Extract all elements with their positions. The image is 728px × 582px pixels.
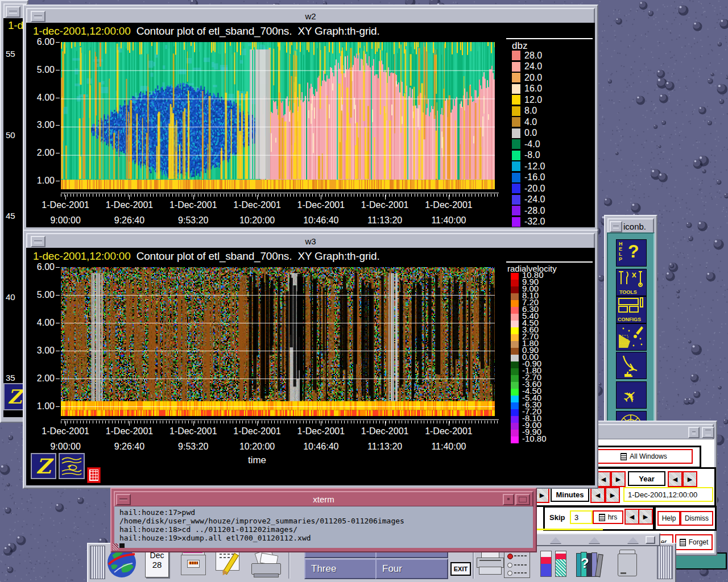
skip-group: Skip 3 hrs ◀ ▶	[543, 506, 655, 531]
y-tick-label: 6.00	[37, 37, 55, 47]
y-tick-label: 5.00	[37, 65, 55, 75]
window-w3: w3 1-dec-2001,12:00:00 Contour plot of e…	[23, 230, 598, 489]
help-viewer-icon[interactable]: ?	[575, 551, 602, 577]
iconbar-tools-icon[interactable]: TOOLS	[616, 269, 647, 296]
colorbar-entry: -28.0	[512, 205, 545, 217]
minimize-icon[interactable]	[610, 221, 622, 232]
workspace-button-three[interactable]: Three	[304, 559, 377, 579]
dismiss-button[interactable]: Dismiss	[680, 511, 713, 526]
legend-divider	[506, 38, 593, 39]
x-tick-label: 1-Dec-20019:26:40	[97, 426, 161, 452]
style-manager-icon[interactable]	[504, 550, 530, 578]
x-tick-label: 1-Dec-200110:20:00	[225, 426, 289, 452]
year-forward-button[interactable]: ▶	[611, 471, 626, 487]
w2-x-axis-labels: 1-Dec-20019:00:001-Dec-20019:26:401-Dec-…	[34, 200, 481, 226]
y-tick-label: 35	[6, 373, 15, 383]
all-windows-dropdown[interactable]: All Windows	[595, 449, 693, 464]
x-tick-label: 1-Dec-20019:00:00	[34, 426, 97, 452]
w3-heatmap-canvas	[61, 267, 495, 416]
skip-forward-button[interactable]: ▶	[638, 509, 653, 525]
year-forward-button-2[interactable]: ▶	[682, 471, 697, 487]
help-dismiss-group: Help Dismiss	[654, 506, 717, 531]
y-tick-label: 2.00	[37, 373, 55, 384]
exit-button[interactable]: EXIT	[450, 562, 471, 576]
x-tick-label: 1-Dec-200111:40:00	[417, 426, 481, 452]
maximize-icon[interactable]	[702, 427, 714, 438]
colorbar-swatch	[511, 375, 519, 382]
current-time-field[interactable]: 1-Dec-2001,12:00:00	[623, 487, 713, 502]
iconbar-antenna-icon[interactable]	[616, 352, 647, 379]
workspace-button-four[interactable]: Four	[375, 559, 448, 579]
year-back-button-2[interactable]: ◀	[668, 471, 682, 487]
menu-dot-icon[interactable]	[688, 427, 700, 438]
w2-titlebar[interactable]: w2	[26, 8, 595, 24]
panel-handle-left[interactable]	[90, 546, 105, 579]
w2-title: w2	[305, 11, 316, 21]
minimize-icon[interactable]	[6, 6, 20, 18]
contour-tool-icon[interactable]	[59, 453, 85, 479]
subpanel-up-arrow[interactable]	[627, 537, 639, 543]
subpanel-up-arrow[interactable]	[550, 537, 561, 543]
colorbar-entry: -16.0	[512, 172, 545, 184]
help-button[interactable]: Help	[657, 511, 680, 526]
partial-plot-title: 1-d	[8, 19, 23, 32]
skip-units-dropdown[interactable]: hrs	[593, 510, 623, 524]
minimize-icon[interactable]	[31, 236, 46, 247]
resize-grip[interactable]	[113, 543, 118, 550]
x-tick-label: 1-Dec-20019:26:40	[97, 200, 161, 226]
iconbar-aircraft-icon[interactable]: ✈	[616, 381, 647, 409]
colorbar-swatch	[511, 382, 519, 389]
xterm-terminal[interactable]: hail:houze:17>pwd/home/disk/user_www/hou…	[114, 506, 533, 548]
colorbar-swatch	[511, 334, 519, 341]
subpanel-strip	[532, 533, 660, 546]
y-tick-label: 6.00	[37, 262, 55, 272]
panel-handle-right[interactable]	[657, 546, 673, 579]
performance-meter-icon[interactable]	[539, 551, 568, 577]
panel-menu-button[interactable]	[646, 536, 655, 544]
colorbar-entry: -24.0	[512, 194, 545, 206]
y-tick-label: 3.00	[37, 120, 55, 130]
y-tick-label: 2.00	[37, 148, 55, 158]
colorbar-swatch	[511, 321, 519, 327]
year-label: Year	[628, 471, 665, 486]
w3-x-axis-line	[61, 419, 499, 420]
colorbar-swatch	[511, 409, 519, 416]
iconbar-titlebar[interactable]: iconb.	[607, 218, 654, 234]
forget-button[interactable]: Forget	[675, 534, 713, 550]
xterm-titlebar[interactable]: xterm	[114, 491, 533, 507]
subpanel-up-arrow[interactable]	[589, 537, 600, 543]
zebra-logo-icon[interactable]: Z	[31, 453, 56, 479]
minutes-forward-button-2[interactable]: ▶	[605, 487, 620, 503]
minutes-back-button-2[interactable]: ◀	[590, 487, 605, 503]
colorbar-swatch	[511, 327, 519, 334]
legend-divider	[506, 261, 593, 263]
colorbar-swatch	[511, 436, 519, 443]
colorbar-swatch	[511, 423, 519, 430]
iconbar-help-icon[interactable]: HELP?	[616, 239, 647, 267]
y-tick-label: 50	[6, 130, 15, 139]
colorbar-swatch	[511, 300, 519, 307]
w3-titlebar[interactable]: w3	[26, 233, 595, 249]
w3-x-axis-ticks	[61, 421, 499, 423]
colorbar-entry: 16.0	[512, 84, 545, 95]
trash-icon[interactable]	[616, 550, 638, 577]
w2-colorbar: 28.024.020.016.012.08.04.00.0-4.0-8.0-12…	[512, 50, 545, 227]
mail-icon[interactable]	[251, 551, 280, 576]
skip-value-field[interactable]: 3	[570, 510, 593, 524]
printer-icon[interactable]	[477, 551, 503, 576]
menu-dot-icon[interactable]	[503, 494, 514, 505]
colorbar-entry: 0.0	[512, 128, 545, 139]
colorbar-entry: -20.0	[512, 183, 545, 194]
x-tick-label: 1-Dec-200111:13:20	[353, 200, 416, 226]
skip-back-button[interactable]: ◀	[624, 509, 639, 525]
minimize-icon[interactable]	[116, 494, 131, 505]
iconbar-radar-display-icon[interactable]	[616, 323, 647, 351]
window-w2: w2 1-dec-2001,12:00:00 Contour plot of e…	[23, 5, 598, 231]
colorbar-swatch	[511, 280, 519, 286]
colorbar-swatch	[511, 273, 519, 280]
file-manager-icon[interactable]	[181, 550, 205, 575]
grid-tool-icon[interactable]	[87, 467, 101, 483]
maximize-icon[interactable]	[515, 494, 530, 505]
iconbar-configs-icon[interactable]: CONFIGS	[616, 296, 647, 323]
minimize-icon[interactable]	[31, 11, 46, 22]
